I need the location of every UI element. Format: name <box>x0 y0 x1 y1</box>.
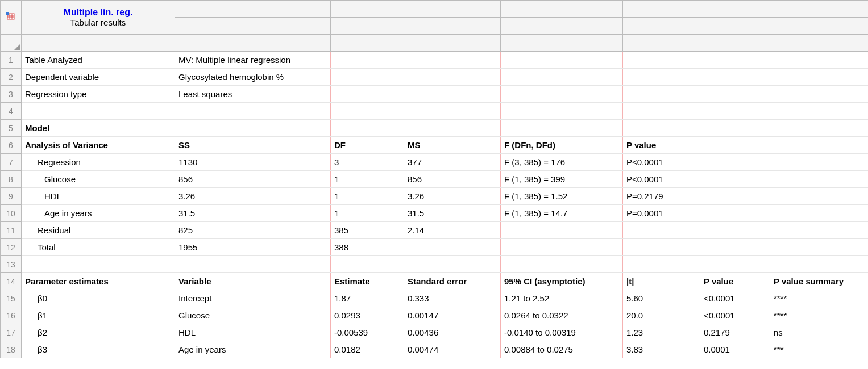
results-table[interactable]: Multiple lin. reg. Tabular results <box>0 0 868 358</box>
cell[interactable] <box>331 86 404 103</box>
col-header[interactable] <box>404 1 501 18</box>
cell[interactable] <box>770 86 869 103</box>
cell[interactable]: 1 <box>331 188 404 205</box>
table-row[interactable]: 6Analysis of VarianceSSDFMSF (DFn, DFd)P… <box>1 137 869 154</box>
table-row[interactable]: 11Residual8253852.14 <box>1 222 869 239</box>
cell[interactable]: DF <box>331 137 404 154</box>
cell[interactable] <box>623 239 700 256</box>
cell[interactable]: 1955 <box>175 239 331 256</box>
cell[interactable]: 0.333 <box>404 290 501 307</box>
cell[interactable]: 825 <box>175 222 331 239</box>
cell[interactable]: P=0.0001 <box>623 205 700 222</box>
cell[interactable]: 1.21 to 2.52 <box>501 290 623 307</box>
col-subheader[interactable] <box>404 18 501 35</box>
col-blank[interactable] <box>175 35 331 52</box>
cell[interactable]: HDL <box>22 188 175 205</box>
cell[interactable] <box>700 69 770 86</box>
row-number[interactable]: 17 <box>1 324 22 341</box>
cell[interactable] <box>404 239 501 256</box>
cell[interactable]: 5.60 <box>623 290 700 307</box>
cell[interactable] <box>770 239 869 256</box>
cell[interactable]: **** <box>770 307 869 324</box>
cell[interactable] <box>770 154 869 171</box>
cell[interactable] <box>175 120 331 137</box>
row-number[interactable]: 13 <box>1 256 22 273</box>
cell[interactable]: 1.23 <box>623 324 700 341</box>
cell[interactable]: Variable <box>175 273 331 290</box>
row-number[interactable]: 10 <box>1 205 22 222</box>
cell[interactable]: P<0.0001 <box>623 171 700 188</box>
col-header[interactable] <box>700 1 770 18</box>
table-row[interactable]: 7Regression11303377F (3, 385) = 176P<0.0… <box>1 154 869 171</box>
table-row[interactable]: 8Glucose8561856F (1, 385) = 399P<0.0001 <box>1 171 869 188</box>
cell[interactable] <box>623 69 700 86</box>
cell[interactable]: -0.0140 to 0.00319 <box>501 324 623 341</box>
cell[interactable]: F (3, 385) = 176 <box>501 154 623 171</box>
row-number[interactable]: 6 <box>1 137 22 154</box>
cell[interactable]: Estimate <box>331 273 404 290</box>
cell[interactable]: Regression type <box>22 86 175 103</box>
cell[interactable]: P value summary <box>770 273 869 290</box>
cell[interactable]: Age in years <box>22 205 175 222</box>
cell[interactable] <box>770 222 869 239</box>
col-header[interactable] <box>770 1 869 18</box>
cell[interactable] <box>770 69 869 86</box>
cell[interactable]: P value <box>700 273 770 290</box>
col-subheader[interactable] <box>700 18 770 35</box>
cell[interactable]: 2.14 <box>404 222 501 239</box>
row-number[interactable]: 2 <box>1 69 22 86</box>
cell[interactable] <box>331 103 404 120</box>
row-number[interactable]: 1 <box>1 52 22 69</box>
cell[interactable]: 0.00147 <box>404 307 501 324</box>
cell[interactable]: β1 <box>22 307 175 324</box>
col-subheader[interactable] <box>770 18 869 35</box>
cell[interactable] <box>623 52 700 69</box>
row-number[interactable]: 4 <box>1 103 22 120</box>
cell[interactable] <box>700 86 770 103</box>
cell[interactable]: **** <box>770 290 869 307</box>
cell[interactable]: F (1, 385) = 399 <box>501 171 623 188</box>
col-blank[interactable] <box>501 35 623 52</box>
cell[interactable]: Least squares <box>175 86 331 103</box>
cell[interactable]: -0.00539 <box>331 324 404 341</box>
cell[interactable] <box>700 52 770 69</box>
col-blank[interactable] <box>623 35 700 52</box>
row-number[interactable]: 14 <box>1 273 22 290</box>
cell[interactable]: Glucose <box>22 171 175 188</box>
table-row[interactable]: 9HDL3.2613.26F (1, 385) = 1.52P=0.2179 <box>1 188 869 205</box>
cell[interactable] <box>501 120 623 137</box>
table-row[interactable]: 5Model <box>1 120 869 137</box>
cell[interactable]: HDL <box>175 324 331 341</box>
cell[interactable] <box>331 69 404 86</box>
cell[interactable]: Standard error <box>404 273 501 290</box>
cell[interactable]: 856 <box>175 171 331 188</box>
cell[interactable] <box>404 86 501 103</box>
cell[interactable]: Table Analyzed <box>22 52 175 69</box>
cell[interactable] <box>623 222 700 239</box>
cell[interactable] <box>404 103 501 120</box>
cell[interactable] <box>770 120 869 137</box>
cell[interactable]: β0 <box>22 290 175 307</box>
cell[interactable] <box>700 239 770 256</box>
cell[interactable] <box>700 205 770 222</box>
cell[interactable] <box>501 239 623 256</box>
cell[interactable] <box>700 103 770 120</box>
col-header[interactable] <box>501 1 623 18</box>
cell[interactable] <box>623 103 700 120</box>
row-number[interactable]: 16 <box>1 307 22 324</box>
cell[interactable]: 1.87 <box>331 290 404 307</box>
col-subheader[interactable] <box>175 18 331 35</box>
cell[interactable] <box>770 171 869 188</box>
cell[interactable]: MV: Multiple linear regression <box>175 52 331 69</box>
cell[interactable] <box>501 103 623 120</box>
cell[interactable] <box>770 52 869 69</box>
cell[interactable]: Glycosylated hemoglobin % <box>175 69 331 86</box>
cell[interactable]: 377 <box>404 154 501 171</box>
table-row[interactable]: 2Dependent variableGlycosylated hemoglob… <box>1 69 869 86</box>
cell[interactable]: Parameter estimates <box>22 273 175 290</box>
cell[interactable]: Intercept <box>175 290 331 307</box>
cell[interactable]: 0.0001 <box>700 341 770 358</box>
cell[interactable] <box>700 137 770 154</box>
cell[interactable]: 0.2179 <box>700 324 770 341</box>
row-number[interactable]: 18 <box>1 341 22 358</box>
